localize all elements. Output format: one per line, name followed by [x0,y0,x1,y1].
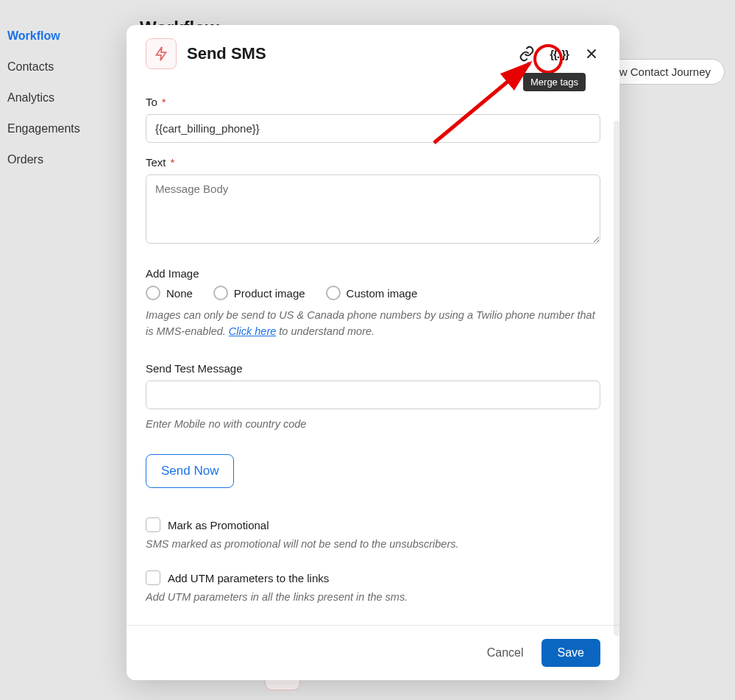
promo-hint: SMS marked as promotional will not be se… [146,538,600,550]
message-body-textarea[interactable] [146,174,600,244]
utm-checkbox-row[interactable]: Add UTM parameters to the links [146,570,600,585]
send-sms-modal: Send SMS {{..}} To* Text* Add Image None… [127,25,619,680]
send-test-input[interactable] [146,381,600,409]
sidebar-item-engagements[interactable]: Engagements [7,113,118,144]
sidebar-item-contacts[interactable]: Contacts [7,52,118,82]
modal-body: To* Text* Add Image None Product image C… [127,75,619,625]
image-hint: Images can only be send to US & Canada p… [146,308,600,340]
modal-footer: Cancel Save [127,625,619,680]
image-option-product[interactable]: Product image [213,286,305,300]
image-options: None Product image Custom image [146,286,600,300]
modal-title: Send SMS [187,44,508,63]
to-label: To* [146,96,600,108]
send-now-button[interactable]: Send Now [146,454,234,488]
utm-hint: Add UTM parameters in all the links pres… [146,591,600,603]
bolt-icon [146,38,177,69]
scrollbar[interactable] [614,121,619,636]
sidebar: Workflow Contacts Analytics Engagements … [0,0,125,196]
to-input[interactable] [146,114,600,143]
cancel-button[interactable]: Cancel [487,646,524,660]
send-test-hint: Enter Mobile no with country code [146,417,600,433]
checkbox-icon[interactable] [146,570,160,585]
link-icon[interactable] [518,45,536,63]
checkbox-icon[interactable] [146,517,160,532]
text-label: Text* [146,156,600,169]
merge-tags-icon[interactable]: {{..}} [550,45,568,63]
image-option-custom[interactable]: Custom image [326,286,418,300]
send-test-label: Send Test Message [146,362,600,375]
add-image-label: Add Image [146,267,600,280]
click-here-link[interactable]: Click here [229,325,276,337]
modal-header: Send SMS {{..}} [127,25,619,75]
utm-label: Add UTM parameters to the links [168,572,329,584]
sidebar-item-orders[interactable]: Orders [7,144,118,175]
sidebar-item-analytics[interactable]: Analytics [7,82,118,113]
sidebar-item-workflow[interactable]: Workflow [7,21,118,52]
image-option-none[interactable]: None [146,286,193,300]
merge-tags-tooltip: Merge tags [523,73,586,91]
promo-label: Mark as Promotional [168,519,269,531]
promo-checkbox-row[interactable]: Mark as Promotional [146,517,600,532]
close-icon[interactable] [583,45,600,63]
save-button[interactable]: Save [542,639,600,667]
